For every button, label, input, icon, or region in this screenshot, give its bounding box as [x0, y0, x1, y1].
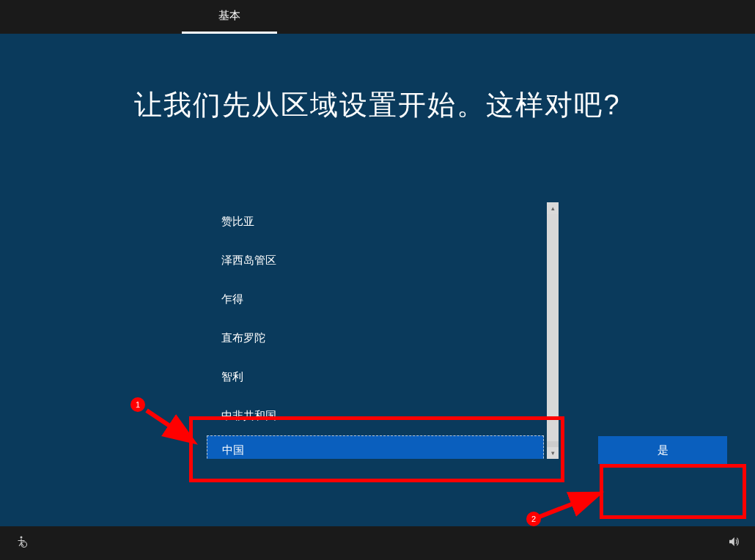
volume-icon[interactable] [727, 535, 740, 551]
list-item[interactable]: 智利 [207, 358, 544, 397]
list-item-selected[interactable]: 中国 [207, 435, 544, 459]
scrollbar[interactable]: ▴ ▾ [547, 202, 559, 459]
main-content: 让我们先从区域设置开始。这样对吧? 赞比亚 泽西岛管区 乍得 直布罗陀 智利 中… [9, 34, 746, 526]
scrollbar-down-icon[interactable]: ▾ [547, 447, 559, 459]
list-item[interactable]: 乍得 [207, 280, 544, 319]
list-item[interactable]: 中非共和国 [207, 397, 544, 435]
page-title: 让我们先从区域设置开始。这样对吧? [9, 86, 746, 124]
list-item[interactable]: 赞比亚 [207, 202, 544, 241]
tab-basic[interactable]: 基本 [182, 0, 277, 34]
top-bar: 基本 [0, 0, 755, 34]
svg-point-0 [21, 537, 23, 539]
scrollbar-thumb[interactable] [547, 214, 559, 441]
region-list-container: 赞比亚 泽西岛管区 乍得 直布罗陀 智利 中非共和国 中国 ▴ ▾ [207, 202, 559, 459]
bottom-bar [0, 526, 755, 560]
accessibility-icon[interactable] [15, 535, 28, 551]
list-item[interactable]: 直布罗陀 [207, 319, 544, 358]
region-list[interactable]: 赞比亚 泽西岛管区 乍得 直布罗陀 智利 中非共和国 中国 [207, 202, 544, 459]
yes-button[interactable]: 是 [598, 436, 727, 464]
scrollbar-up-icon[interactable]: ▴ [547, 202, 559, 214]
list-item[interactable]: 泽西岛管区 [207, 241, 544, 280]
